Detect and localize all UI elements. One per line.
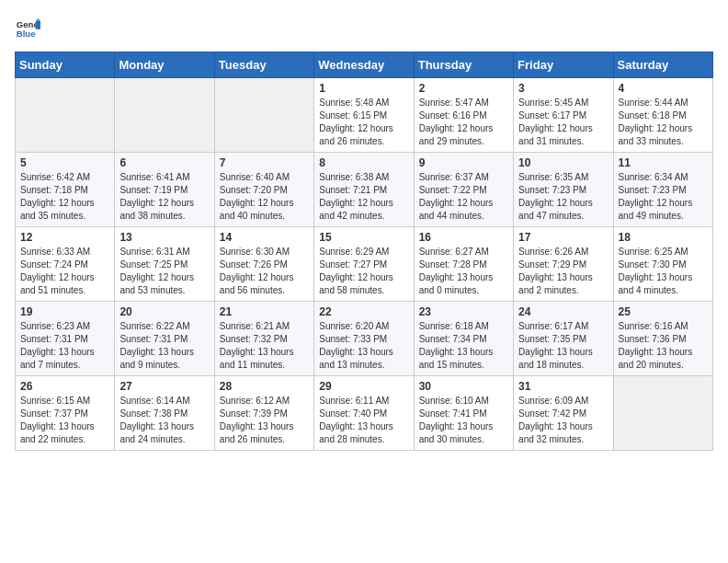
day-number: 14 bbox=[220, 231, 309, 244]
header-row: SundayMondayTuesdayWednesdayThursdayFrid… bbox=[16, 52, 713, 78]
calendar-cell: 17Sunrise: 6:26 AM Sunset: 7:29 PM Dayli… bbox=[514, 227, 613, 302]
week-row-3: 12Sunrise: 6:33 AM Sunset: 7:24 PM Dayli… bbox=[16, 227, 713, 302]
day-info: Sunrise: 6:26 AM Sunset: 7:29 PM Dayligh… bbox=[518, 246, 608, 297]
day-info: Sunrise: 6:30 AM Sunset: 7:26 PM Dayligh… bbox=[220, 246, 309, 297]
calendar-cell: 7Sunrise: 6:40 AM Sunset: 7:20 PM Daylig… bbox=[214, 153, 313, 227]
day-number: 7 bbox=[220, 156, 309, 169]
day-number: 21 bbox=[220, 305, 309, 318]
day-info: Sunrise: 6:37 AM Sunset: 7:22 PM Dayligh… bbox=[419, 171, 508, 223]
day-number: 17 bbox=[518, 231, 608, 244]
calendar-cell: 28Sunrise: 6:12 AM Sunset: 7:39 PM Dayli… bbox=[214, 376, 313, 451]
calendar: SundayMondayTuesdayWednesdayThursdayFrid… bbox=[15, 52, 713, 451]
day-number: 8 bbox=[319, 156, 408, 169]
day-header-friday: Friday bbox=[514, 52, 613, 78]
calendar-cell: 4Sunrise: 5:44 AM Sunset: 6:18 PM Daylig… bbox=[613, 78, 712, 153]
day-info: Sunrise: 5:47 AM Sunset: 6:16 PM Dayligh… bbox=[419, 97, 508, 148]
day-header-monday: Monday bbox=[115, 52, 214, 78]
week-row-1: 1Sunrise: 5:48 AM Sunset: 6:15 PM Daylig… bbox=[16, 78, 713, 153]
day-info: Sunrise: 6:18 AM Sunset: 7:34 PM Dayligh… bbox=[419, 320, 508, 372]
calendar-cell: 8Sunrise: 6:38 AM Sunset: 7:21 PM Daylig… bbox=[314, 153, 414, 227]
day-info: Sunrise: 6:10 AM Sunset: 7:41 PM Dayligh… bbox=[419, 395, 508, 446]
calendar-cell: 18Sunrise: 6:25 AM Sunset: 7:30 PM Dayli… bbox=[613, 227, 712, 302]
day-number: 23 bbox=[419, 305, 508, 318]
day-number: 3 bbox=[518, 82, 608, 95]
day-header-wednesday: Wednesday bbox=[314, 52, 414, 78]
day-info: Sunrise: 6:22 AM Sunset: 7:31 PM Dayligh… bbox=[119, 320, 209, 372]
day-header-sunday: Sunday bbox=[16, 52, 115, 78]
day-info: Sunrise: 6:11 AM Sunset: 7:40 PM Dayligh… bbox=[319, 395, 408, 446]
calendar-cell: 21Sunrise: 6:21 AM Sunset: 7:32 PM Dayli… bbox=[214, 302, 313, 376]
day-info: Sunrise: 6:20 AM Sunset: 7:33 PM Dayligh… bbox=[319, 320, 408, 372]
calendar-cell: 14Sunrise: 6:30 AM Sunset: 7:26 PM Dayli… bbox=[214, 227, 313, 302]
calendar-cell: 13Sunrise: 6:31 AM Sunset: 7:25 PM Dayli… bbox=[115, 227, 214, 302]
day-number: 13 bbox=[119, 231, 209, 244]
day-number: 19 bbox=[20, 305, 109, 318]
svg-text:Blue: Blue bbox=[17, 29, 36, 39]
calendar-cell: 15Sunrise: 6:29 AM Sunset: 7:27 PM Dayli… bbox=[314, 227, 414, 302]
day-info: Sunrise: 6:29 AM Sunset: 7:27 PM Dayligh… bbox=[319, 246, 408, 297]
day-info: Sunrise: 6:41 AM Sunset: 7:19 PM Dayligh… bbox=[119, 171, 209, 223]
logo-icon: General Blue bbox=[15, 15, 40, 40]
week-row-2: 5Sunrise: 6:42 AM Sunset: 7:18 PM Daylig… bbox=[16, 153, 713, 227]
day-info: Sunrise: 6:35 AM Sunset: 7:23 PM Dayligh… bbox=[518, 171, 608, 223]
logo: General Blue bbox=[15, 15, 44, 40]
day-number: 4 bbox=[619, 82, 708, 95]
calendar-cell: 20Sunrise: 6:22 AM Sunset: 7:31 PM Dayli… bbox=[115, 302, 214, 376]
day-header-tuesday: Tuesday bbox=[214, 52, 313, 78]
week-row-4: 19Sunrise: 6:23 AM Sunset: 7:31 PM Dayli… bbox=[16, 302, 713, 376]
day-info: Sunrise: 6:15 AM Sunset: 7:37 PM Dayligh… bbox=[20, 395, 109, 446]
calendar-cell: 31Sunrise: 6:09 AM Sunset: 7:42 PM Dayli… bbox=[514, 376, 613, 451]
calendar-cell: 27Sunrise: 6:14 AM Sunset: 7:38 PM Dayli… bbox=[115, 376, 214, 451]
calendar-cell: 3Sunrise: 5:45 AM Sunset: 6:17 PM Daylig… bbox=[514, 78, 613, 153]
day-number: 15 bbox=[319, 231, 408, 244]
day-number: 11 bbox=[619, 156, 708, 169]
day-header-saturday: Saturday bbox=[613, 52, 712, 78]
day-info: Sunrise: 5:44 AM Sunset: 6:18 PM Dayligh… bbox=[619, 97, 708, 148]
calendar-cell: 24Sunrise: 6:17 AM Sunset: 7:35 PM Dayli… bbox=[514, 302, 613, 376]
calendar-cell: 19Sunrise: 6:23 AM Sunset: 7:31 PM Dayli… bbox=[16, 302, 115, 376]
calendar-cell: 16Sunrise: 6:27 AM Sunset: 7:28 PM Dayli… bbox=[414, 227, 513, 302]
day-number: 25 bbox=[619, 305, 708, 318]
day-info: Sunrise: 6:23 AM Sunset: 7:31 PM Dayligh… bbox=[20, 320, 109, 372]
day-info: Sunrise: 6:14 AM Sunset: 7:38 PM Dayligh… bbox=[119, 395, 209, 446]
calendar-cell: 22Sunrise: 6:20 AM Sunset: 7:33 PM Dayli… bbox=[314, 302, 414, 376]
day-number: 16 bbox=[419, 231, 508, 244]
calendar-cell: 2Sunrise: 5:47 AM Sunset: 6:16 PM Daylig… bbox=[414, 78, 513, 153]
day-number: 29 bbox=[319, 380, 408, 393]
day-info: Sunrise: 6:25 AM Sunset: 7:30 PM Dayligh… bbox=[619, 246, 708, 297]
calendar-cell: 10Sunrise: 6:35 AM Sunset: 7:23 PM Dayli… bbox=[514, 153, 613, 227]
day-info: Sunrise: 6:16 AM Sunset: 7:36 PM Dayligh… bbox=[619, 320, 708, 372]
day-number: 20 bbox=[119, 305, 209, 318]
calendar-cell: 25Sunrise: 6:16 AM Sunset: 7:36 PM Dayli… bbox=[613, 302, 712, 376]
day-info: Sunrise: 6:38 AM Sunset: 7:21 PM Dayligh… bbox=[319, 171, 408, 223]
calendar-cell: 30Sunrise: 6:10 AM Sunset: 7:41 PM Dayli… bbox=[414, 376, 513, 451]
day-number: 18 bbox=[619, 231, 708, 244]
day-number: 9 bbox=[419, 156, 508, 169]
day-info: Sunrise: 5:45 AM Sunset: 6:17 PM Dayligh… bbox=[518, 97, 608, 148]
week-row-5: 26Sunrise: 6:15 AM Sunset: 7:37 PM Dayli… bbox=[16, 376, 713, 451]
day-info: Sunrise: 6:27 AM Sunset: 7:28 PM Dayligh… bbox=[419, 246, 508, 297]
calendar-cell bbox=[613, 376, 712, 451]
calendar-cell: 5Sunrise: 6:42 AM Sunset: 7:18 PM Daylig… bbox=[16, 153, 115, 227]
day-number: 1 bbox=[319, 82, 408, 95]
day-info: Sunrise: 6:17 AM Sunset: 7:35 PM Dayligh… bbox=[518, 320, 608, 372]
day-number: 5 bbox=[20, 156, 109, 169]
day-info: Sunrise: 6:42 AM Sunset: 7:18 PM Dayligh… bbox=[20, 171, 109, 223]
day-number: 30 bbox=[419, 380, 508, 393]
day-number: 6 bbox=[119, 156, 209, 169]
day-info: Sunrise: 5:48 AM Sunset: 6:15 PM Dayligh… bbox=[319, 97, 408, 148]
day-info: Sunrise: 6:31 AM Sunset: 7:25 PM Dayligh… bbox=[119, 246, 209, 297]
day-number: 27 bbox=[119, 380, 209, 393]
day-info: Sunrise: 6:21 AM Sunset: 7:32 PM Dayligh… bbox=[220, 320, 309, 372]
page-header: General Blue bbox=[15, 15, 713, 40]
calendar-cell: 6Sunrise: 6:41 AM Sunset: 7:19 PM Daylig… bbox=[115, 153, 214, 227]
calendar-cell bbox=[214, 78, 313, 153]
calendar-cell: 26Sunrise: 6:15 AM Sunset: 7:37 PM Dayli… bbox=[16, 376, 115, 451]
calendar-cell bbox=[16, 78, 115, 153]
day-number: 24 bbox=[518, 305, 608, 318]
day-info: Sunrise: 6:12 AM Sunset: 7:39 PM Dayligh… bbox=[220, 395, 309, 446]
day-number: 28 bbox=[220, 380, 309, 393]
day-info: Sunrise: 6:40 AM Sunset: 7:20 PM Dayligh… bbox=[220, 171, 309, 223]
calendar-cell: 1Sunrise: 5:48 AM Sunset: 6:15 PM Daylig… bbox=[314, 78, 414, 153]
day-info: Sunrise: 6:09 AM Sunset: 7:42 PM Dayligh… bbox=[518, 395, 608, 446]
